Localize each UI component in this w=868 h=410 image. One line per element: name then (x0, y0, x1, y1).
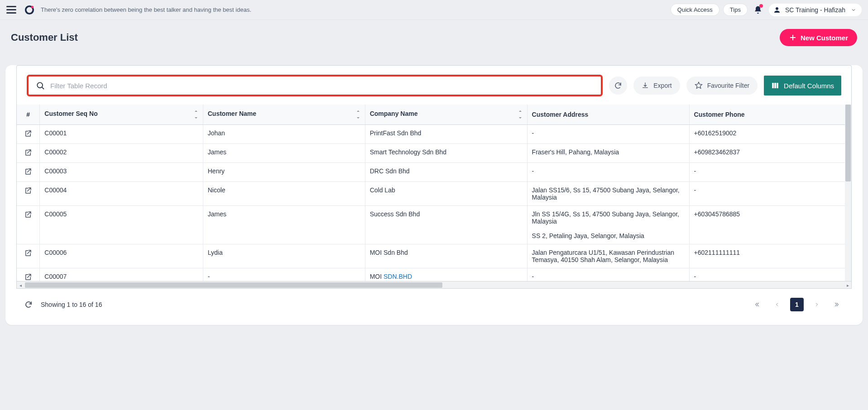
cell-seq: C00004 (40, 182, 203, 206)
user-menu[interactable]: SC Training - Hafizah (769, 4, 862, 16)
page-title: Customer List (11, 32, 78, 43)
quick-access-button[interactable]: Quick Access (671, 4, 719, 15)
pager-last-button[interactable] (830, 298, 844, 311)
cell-name: Johan (203, 125, 365, 144)
pager-prev-button[interactable] (770, 298, 784, 311)
svg-rect-6 (777, 83, 778, 88)
cell-address: - (527, 163, 689, 182)
table-row: C00007-MOI SDN.BHD-- (17, 268, 851, 281)
search-icon (36, 81, 45, 90)
table-row: C00004NicoleCold LabJalan SS15/6, Ss 15,… (17, 182, 851, 206)
chevron-down-icon (851, 7, 856, 13)
sort-icon (356, 110, 360, 119)
tips-label: Tips (730, 6, 741, 13)
cell-address: - (527, 125, 689, 144)
star-icon (695, 81, 703, 90)
customer-table: # Customer Seq No Customer Name (17, 105, 851, 281)
col-company-label: Company Name (370, 110, 418, 117)
pager-nav: 1 (750, 298, 844, 311)
menu-toggle[interactable] (6, 4, 18, 16)
default-columns-label: Default Columns (784, 82, 834, 90)
horizontal-scrollbar[interactable]: ◂ ▸ (16, 281, 852, 289)
favourite-filter-button[interactable]: Favourite Filter (686, 76, 758, 95)
open-row-button[interactable] (17, 244, 40, 268)
cell-phone: - (689, 182, 851, 206)
new-customer-button[interactable]: New Customer (780, 29, 857, 46)
pager-refresh-button[interactable] (24, 300, 33, 309)
hscroll-right-arrow[interactable]: ▸ (844, 281, 851, 289)
export-button[interactable]: Export (633, 76, 680, 95)
open-row-button[interactable] (17, 125, 40, 144)
sort-icon (518, 110, 523, 119)
col-name-header[interactable]: Customer Name (203, 105, 365, 125)
table-card: Export Favourite Filter Default Columns … (5, 65, 863, 325)
open-row-button[interactable] (17, 182, 40, 206)
cell-company: DRC Sdn Bhd (365, 163, 527, 182)
topbar-left: There's zero correlation between being t… (6, 4, 251, 16)
open-external-icon (24, 167, 32, 176)
table-frame: # Customer Seq No Customer Name (16, 105, 852, 281)
cell-name: - (203, 268, 365, 281)
table-row: C00002JamesSmart Technology Sdn BhdFrase… (17, 144, 851, 163)
cell-company: PrintFast Sdn Bhd (365, 125, 527, 144)
svg-point-3 (37, 82, 43, 88)
col-seq-label: Customer Seq No (44, 110, 97, 117)
search-input[interactable] (50, 82, 594, 90)
open-row-button[interactable] (17, 206, 40, 244)
col-phone-label: Customer Phone (694, 111, 745, 118)
pager-first-button[interactable] (750, 298, 764, 311)
sort-icon (194, 110, 198, 119)
cell-seq: C00002 (40, 144, 203, 163)
svg-rect-5 (774, 83, 776, 88)
search-wrapper (27, 75, 603, 96)
vertical-scroll-thumb[interactable] (845, 105, 851, 181)
col-seq-header[interactable]: Customer Seq No (40, 105, 203, 125)
pager-next-button[interactable] (810, 298, 824, 311)
refresh-icon (24, 300, 33, 309)
cell-company: MOI Sdn Bhd (365, 244, 527, 268)
refresh-button[interactable] (609, 76, 627, 95)
open-row-button[interactable] (17, 144, 40, 163)
table-toolbar: Export Favourite Filter Default Columns (16, 65, 852, 105)
pager-info: Showing 1 to 16 of 16 (41, 301, 102, 308)
open-row-button[interactable] (17, 268, 40, 281)
new-customer-label: New Customer (801, 34, 848, 42)
col-action-header[interactable]: # (17, 105, 40, 125)
open-row-button[interactable] (17, 163, 40, 182)
app-logo[interactable] (24, 5, 34, 15)
cell-address: Jalan Pengaturcara U1/51, Kawasan Perind… (527, 244, 689, 268)
col-action-label: # (26, 111, 30, 118)
col-name-label: Customer Name (208, 110, 256, 117)
table-scroll[interactable]: # Customer Seq No Customer Name (17, 105, 851, 281)
cell-address: Jalan SS15/6, Ss 15, 47500 Subang Jaya, … (527, 182, 689, 206)
col-phone-header[interactable]: Customer Phone (689, 105, 851, 125)
cell-name: James (203, 144, 365, 163)
cell-name: Lydia (203, 244, 365, 268)
company-link[interactable]: SDN.BHD (384, 273, 412, 280)
cell-seq: C00001 (40, 125, 203, 144)
cell-seq: C00003 (40, 163, 203, 182)
user-label: SC Training - Hafizah (785, 6, 845, 14)
open-external-icon (24, 249, 32, 257)
open-external-icon (24, 210, 32, 219)
col-company-header[interactable]: Company Name (365, 105, 527, 125)
horizontal-scroll-thumb[interactable] (25, 282, 442, 288)
notifications-button[interactable] (752, 4, 764, 16)
open-external-icon (24, 148, 32, 157)
tips-button[interactable]: Tips (724, 4, 747, 15)
col-address-header[interactable]: Customer Address (527, 105, 689, 125)
open-external-icon (24, 186, 32, 195)
pager-page-current[interactable]: 1 (790, 298, 804, 311)
svg-point-1 (31, 5, 34, 8)
default-columns-button[interactable]: Default Columns (764, 76, 841, 95)
cell-company: Smart Technology Sdn Bhd (365, 144, 527, 163)
cell-phone: - (689, 163, 851, 182)
favourite-label: Favourite Filter (707, 82, 749, 89)
download-icon (642, 82, 649, 89)
table-row: C00003HenryDRC Sdn Bhd-- (17, 163, 851, 182)
topbar-right: Quick Access Tips SC Training - Hafizah (671, 4, 862, 16)
columns-icon (771, 81, 779, 90)
hscroll-left-arrow[interactable]: ◂ (17, 281, 24, 289)
vertical-scrollbar[interactable] (845, 105, 851, 281)
plus-icon (789, 33, 797, 42)
